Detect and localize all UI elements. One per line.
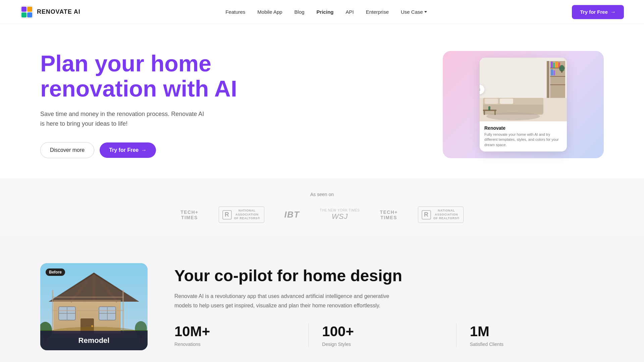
hero-section: Plan your home renovation with AI Save t… <box>0 24 644 178</box>
nav-api[interactable]: API <box>345 9 354 15</box>
hero-title: Plan your home renovation with AI <box>40 51 237 101</box>
copilot-title: Your co-pilot for home design <box>174 266 604 285</box>
logo-tech-times-2: TECH+ TIMES <box>380 209 398 220</box>
hero-title-line2: renovation with AI <box>40 76 237 101</box>
hero-buttons: Discover more Try for Free → <box>40 142 237 158</box>
svg-rect-13 <box>553 63 555 68</box>
as-seen-label: As seen on <box>40 192 604 197</box>
before-card: Before Remodel <box>40 263 148 350</box>
stat-renovations-label: Renovations <box>174 342 298 347</box>
svg-rect-19 <box>561 70 562 73</box>
try-for-free-button[interactable]: Try for Free → <box>100 142 156 158</box>
svg-rect-48 <box>52 290 53 334</box>
before-badge: Before <box>46 268 65 276</box>
room-card-desc: Fully renovate your home with AI and try… <box>484 132 562 147</box>
nav-blog[interactable]: Blog <box>294 9 305 15</box>
nav-mobile-app[interactable]: Mobile App <box>257 9 282 15</box>
logo-text: RENOVATE AI <box>37 8 80 15</box>
copilot-description: Renovate AI is a revolutionary app that … <box>174 292 402 310</box>
svg-rect-51 <box>52 310 124 311</box>
hero-card-container: ‹ Renovate Fully renovate your home with… <box>443 51 604 158</box>
copilot-right: Your co-pilot for home design Renovate A… <box>174 266 604 347</box>
stat-clients-label: Satisfied Clients <box>470 342 594 347</box>
svg-rect-10 <box>550 76 565 77</box>
remodel-badge: Remodel <box>40 331 148 350</box>
logos-row: TECH+ TIMES R NATIONAL ASSOCIATION OF RE… <box>40 206 604 223</box>
nav-cta-button[interactable]: Try for Free → <box>572 5 624 19</box>
svg-rect-16 <box>551 69 553 75</box>
svg-rect-1 <box>21 7 26 12</box>
try-free-label: Try for Free <box>109 147 139 153</box>
svg-rect-17 <box>553 70 555 75</box>
svg-rect-28 <box>488 106 490 110</box>
svg-rect-23 <box>500 99 513 104</box>
hero-right: ‹ Renovate Fully renovate your home with… <box>443 51 604 158</box>
svg-rect-11 <box>550 84 565 85</box>
chevron-down-icon <box>424 11 427 13</box>
logo-ibt: IBT <box>284 209 300 220</box>
room-illustration <box>480 58 567 121</box>
svg-rect-50 <box>52 297 124 298</box>
hero-title-line1: Plan your home <box>40 51 211 76</box>
nav-pricing[interactable]: Pricing <box>317 9 334 15</box>
stat-renovations: 10M+ Renovations <box>174 323 308 347</box>
room-card-image: ‹ <box>480 58 567 121</box>
hero-left: Plan your home renovation with AI Save t… <box>40 51 237 158</box>
discover-more-button[interactable]: Discover more <box>40 142 94 158</box>
svg-rect-2 <box>27 7 32 12</box>
stat-clients: 1M Satisfied Clients <box>456 323 604 347</box>
as-seen-section: As seen on TECH+ TIMES R NATIONAL ASSOCI… <box>0 178 644 236</box>
stat-renovations-number: 10M+ <box>174 323 298 340</box>
stat-design-styles-number: 100+ <box>322 323 446 340</box>
svg-rect-4 <box>27 12 32 17</box>
svg-rect-27 <box>494 111 496 115</box>
svg-rect-7 <box>547 61 549 98</box>
nav-enterprise[interactable]: Enterprise <box>366 9 389 15</box>
svg-rect-12 <box>551 62 553 68</box>
stat-clients-number: 1M <box>470 323 594 340</box>
try-free-arrow: → <box>141 147 147 153</box>
svg-rect-14 <box>555 62 558 68</box>
room-card: ‹ Renovate Fully renovate your home with… <box>480 58 567 152</box>
logo-wsj: THE NEW YORK TIMES WSJ <box>320 208 360 221</box>
logo-nar-1: R NATIONAL ASSOCIATION OF REALTORS® <box>219 206 264 223</box>
svg-rect-22 <box>485 99 498 104</box>
stats-row: 10M+ Renovations 100+ Design Styles 1M S… <box>174 323 604 347</box>
nav-cta-label: Try for Free <box>580 9 608 15</box>
nav-features[interactable]: Features <box>225 9 245 15</box>
stat-design-styles-label: Design Styles <box>322 342 446 347</box>
logo-nar-2: R NATIONAL ASSOCIATION OF REALTORS® <box>418 206 464 223</box>
room-card-info: Renovate Fully renovate your home with A… <box>480 121 567 152</box>
nav-use-case[interactable]: Use Case <box>401 9 427 15</box>
hero-subtitle: Save time and money in the renovation pr… <box>40 109 208 129</box>
nav-cta-arrow: → <box>610 9 616 15</box>
stat-design-styles: 100+ Design Styles <box>308 323 456 347</box>
svg-rect-26 <box>484 111 485 115</box>
logo-tech-times-1: TECH+ TIMES <box>180 209 198 220</box>
svg-rect-49 <box>122 290 124 334</box>
room-card-title: Renovate <box>484 125 562 131</box>
nav-links: Features Mobile App Blog Pricing API Ent… <box>225 9 427 15</box>
logo-icon <box>20 5 34 19</box>
logo[interactable]: RENOVATE AI <box>20 5 80 19</box>
svg-rect-3 <box>21 12 26 17</box>
copilot-section: Before Remodel Your co-pilot for home de… <box>0 236 644 362</box>
navbar: RENOVATE AI Features Mobile App Blog Pri… <box>0 0 644 24</box>
